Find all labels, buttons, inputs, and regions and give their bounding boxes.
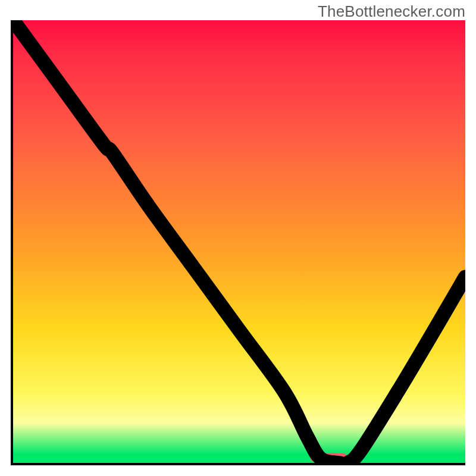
bottleneck-curve-path [13,20,465,463]
bottleneck-curve-svg [13,20,465,463]
bottleneck-chart [11,20,465,465]
watermark-text: TheBottlenecker.com [318,2,465,21]
